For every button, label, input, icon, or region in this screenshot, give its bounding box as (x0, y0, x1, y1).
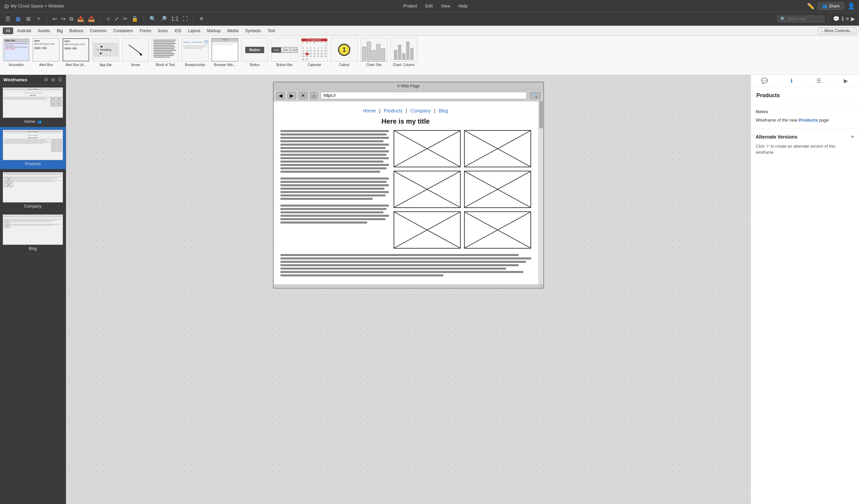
url-bar[interactable] (320, 92, 527, 99)
app-bar-thumb: ≡ ◀ Heading ▶ (92, 38, 119, 62)
zoom-in-button[interactable]: 🔎 (159, 15, 168, 23)
component-button-bar[interactable]: One Two Three Button Bar (271, 38, 298, 67)
forward-button[interactable]: ▶ (288, 92, 296, 99)
grid-view-button[interactable]: ▦ (14, 15, 22, 23)
tile-view-button[interactable]: ⊞ (25, 15, 32, 23)
cat-ios[interactable]: iOS (171, 28, 184, 34)
menu-edit[interactable]: Edit (425, 3, 433, 9)
more-controls-button[interactable]: ↓ More Controls... (818, 28, 856, 34)
wireframes-settings-icon[interactable]: ⚙ (44, 77, 48, 82)
quick-add-input[interactable] (787, 17, 822, 21)
menu-toggle-button[interactable]: ☰ (4, 15, 12, 23)
block-of-text-thumb (152, 38, 179, 62)
nav-company[interactable]: Company (410, 108, 431, 113)
arrow-label: Arrow (131, 63, 140, 67)
fullscreen-button[interactable]: ⛶ (181, 15, 189, 23)
menu-project[interactable]: Project (403, 3, 417, 9)
delete-button[interactable]: ✕ (198, 15, 205, 23)
button-bar-thumb: One Two Three (271, 38, 298, 62)
zoom-search-button[interactable]: 🔍 (148, 15, 157, 23)
back-button[interactable]: ◀ (276, 92, 285, 99)
zoom-fit-button[interactable]: 1:1 (170, 15, 180, 23)
rp-play-icon[interactable]: ▶ (832, 75, 859, 87)
page-item-home[interactable]: Home › Products Home | Products | Compan… (0, 85, 66, 127)
add-page-button[interactable]: ＋ (34, 15, 43, 23)
redo-button[interactable]: ↪ (60, 15, 67, 23)
component-block-of-text[interactable]: Block of Text (152, 38, 179, 67)
copy-button[interactable]: ⧉ (68, 15, 75, 23)
cat-assets[interactable]: Assets (35, 28, 53, 34)
cat-big[interactable]: Big (54, 28, 66, 34)
search-button[interactable]: 🔍 (529, 92, 541, 99)
cat-android[interactable]: Android (14, 28, 34, 34)
move-button[interactable]: ⊹ (105, 15, 112, 23)
crop-button[interactable]: ✂ (122, 15, 129, 23)
component-chart-bar[interactable]: Chart: Bar (360, 38, 388, 67)
wireframes-menu-icon[interactable]: ☰ (58, 77, 62, 82)
page-item-blog[interactable]: Blog (0, 212, 66, 254)
cat-buttons[interactable]: Buttons (66, 28, 86, 34)
edit-icon[interactable]: ✏️ (807, 2, 814, 10)
list-icon[interactable]: ≡ (846, 16, 849, 22)
cat-forms[interactable]: Forms (137, 28, 154, 34)
component-callout[interactable]: 1 Callout (331, 38, 358, 67)
page-name-company: Company (3, 204, 63, 209)
rp-chat-icon[interactable]: 💬 (751, 75, 778, 87)
page-item-products[interactable]: Home › Products Home | Products Here is … (0, 127, 66, 169)
button-bar-label: Button Bar (276, 63, 292, 67)
scrollbar-thumb[interactable] (539, 101, 543, 128)
page-item-company[interactable]: Company (0, 169, 66, 212)
top-bar: ⏻ My Cloud Space > Website Project Edit … (0, 0, 859, 12)
component-chart-column[interactable]: Chart: Column (390, 38, 417, 67)
menu-bar: Project Edit View Help (403, 3, 468, 9)
cat-text[interactable]: Text (265, 28, 278, 34)
menu-help[interactable]: Help (458, 3, 467, 9)
calendar-label: Calendar (307, 63, 321, 67)
info-icon[interactable]: ℹ (842, 16, 844, 22)
avatar[interactable]: 👤 (847, 2, 855, 10)
component-calendar[interactable]: OCTOBER 2017 SMTWTFS 1 2345678 910111213… (301, 38, 328, 67)
lock-button[interactable]: 🔒 (130, 15, 139, 23)
search-icon: 🔍 (780, 17, 785, 21)
nav-products[interactable]: Products (384, 108, 403, 113)
chat-icon[interactable]: 💬 (833, 16, 840, 22)
component-accordion[interactable]: Item One Item Text Item Three Accordion (3, 38, 30, 67)
alert-box-label: Alert Box (39, 63, 53, 67)
cat-layout[interactable]: Layout (185, 28, 203, 34)
component-browser-window[interactable]: A Page Browser Win... (211, 38, 239, 67)
cat-all[interactable]: All (3, 28, 13, 34)
cat-common[interactable]: Common (87, 28, 110, 34)
wireframe-text-block (281, 130, 389, 249)
resize-button[interactable]: ⤢ (113, 15, 120, 23)
stop-button[interactable]: ✕ (299, 92, 307, 99)
canvas-area[interactable]: A Web Page ◀ ▶ ✕ ⌂ 🔍 Home | (66, 75, 751, 504)
nav-home[interactable]: Home (363, 108, 376, 113)
cat-markup[interactable]: Markup (204, 28, 224, 34)
play-icon[interactable]: ▶ (851, 16, 855, 22)
home-button[interactable]: ⌂ (310, 92, 318, 99)
component-arrow[interactable]: Arrow (122, 38, 149, 67)
component-breadcrumbs[interactable]: Home > Products > Buy Products Breadcrum… (182, 38, 209, 67)
cat-media[interactable]: Media (224, 28, 242, 34)
share-button[interactable]: 👥 Share (818, 2, 844, 10)
add-alt-version-button[interactable]: + (850, 134, 854, 140)
menu-view[interactable]: View (441, 3, 451, 9)
import-button[interactable]: 📥 (87, 15, 96, 23)
scrollbar[interactable] (539, 101, 543, 285)
component-alert-box[interactable]: Alert Alert text goes here Alert Box (32, 38, 60, 67)
component-app-bar[interactable]: ≡ ◀ Heading ▶ App Bar (92, 38, 119, 67)
cat-containers[interactable]: Containers (110, 28, 136, 34)
rp-list-icon[interactable]: ☰ (805, 75, 832, 87)
rp-info-icon[interactable]: ℹ (778, 75, 805, 87)
undo-button[interactable]: ↩ (51, 15, 58, 23)
browser-frame: A Web Page ◀ ▶ ✕ ⌂ 🔍 Home | (273, 82, 544, 289)
chart-bar-label: Chart: Bar (366, 63, 382, 67)
cat-icons[interactable]: Icons (155, 28, 171, 34)
browser-window-label: Browser Win... (214, 63, 236, 67)
export-button[interactable]: 📤 (76, 15, 85, 23)
component-alert-box-a[interactable]: Alert Alert text goes here Alert Box (A.… (62, 38, 89, 67)
cat-symbols[interactable]: Symbols (242, 28, 264, 34)
nav-blog[interactable]: Blog (439, 108, 448, 113)
component-button[interactable]: Button Button (241, 38, 268, 67)
wireframes-grid-icon[interactable]: ⊞ (51, 77, 55, 82)
